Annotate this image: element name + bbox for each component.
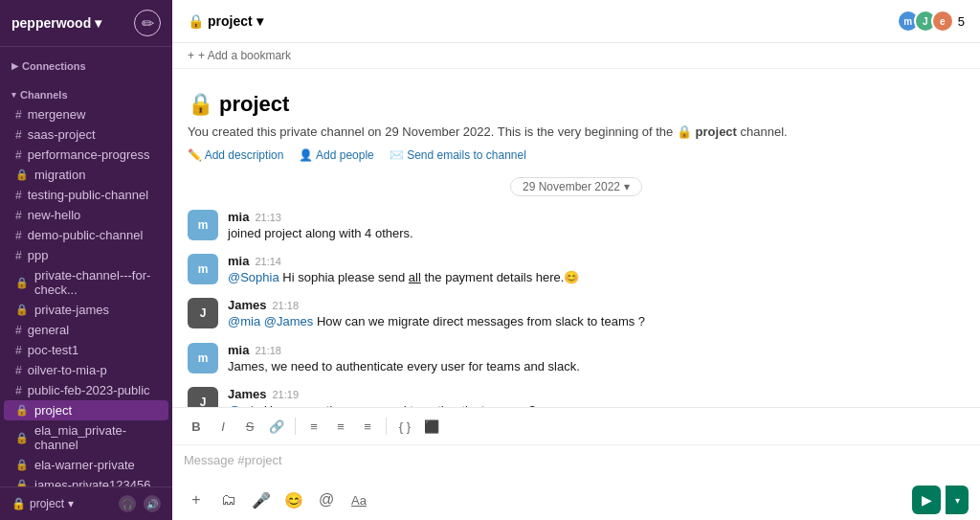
channel-type-icon: #	[15, 148, 22, 162]
workspace-chevron-icon: ▾	[95, 15, 101, 31]
file-button[interactable]: 🗂	[216, 487, 241, 512]
mention[interactable]: @Sophia	[228, 270, 279, 284]
sidebar: pepperwood ▾ ✏ ▶ Connections ▾ Channels …	[0, 0, 172, 520]
sidebar-item-ppp[interactable]: #ppp	[4, 245, 168, 265]
msg-time: 21:18	[255, 345, 281, 356]
channel-header: 🔒 project ▾ m J e 5	[172, 0, 980, 43]
italic-button[interactable]: I	[211, 414, 235, 439]
date-badge[interactable]: 29 November 2022 ▾	[510, 177, 642, 196]
strikethrough-button[interactable]: S	[237, 414, 262, 439]
sidebar-item-private-james[interactable]: 🔒private-james	[4, 300, 168, 320]
editor-footer: + 🗂 🎤 😊 @ Aa ▶ ▾	[172, 480, 980, 520]
channel-info-desc-text: You created this private channel on 29 N…	[188, 124, 673, 139]
sidebar-item-james-private123456[interactable]: 🔒james-private123456	[4, 475, 168, 486]
indent-button[interactable]: ≡	[355, 414, 380, 439]
date-label: 29 November 2022	[523, 180, 620, 193]
sidebar-bottom-channel[interactable]: 🔒 project ▾	[11, 497, 74, 510]
msg-header-msg4: mia 21:18	[228, 343, 965, 357]
channel-type-icon: 🔒	[15, 277, 29, 289]
unordered-list-button[interactable]: ≡	[301, 414, 326, 439]
channel-info-name-inline: project	[696, 124, 737, 139]
editor-placeholder: Message #project	[184, 453, 282, 467]
msg-author: James	[228, 387, 266, 401]
msg-text-segment: joined project along with 4 others.	[228, 226, 413, 240]
editor-input[interactable]: Message #project	[172, 445, 980, 480]
msg-content-msg2: mia 21:14 @Sophia Hi sophia please send …	[228, 254, 965, 286]
bookmark-bar[interactable]: + + Add a bookmark	[172, 43, 980, 69]
sidebar-item-ela_mia_private-channel[interactable]: 🔒ela_mia_private-channel	[4, 420, 168, 455]
channel-item-label: testing-public-channel	[28, 188, 148, 202]
channel-item-label: ela-warner-private	[34, 458, 135, 472]
mention[interactable]: @mia	[228, 314, 260, 328]
mention[interactable]: @James	[264, 314, 314, 328]
channel-item-label: general	[28, 323, 69, 337]
send-emails-button[interactable]: ✉️ Send emails to channel	[390, 148, 526, 162]
channel-item-label: private-james	[34, 303, 109, 317]
msg-author: mia	[228, 254, 249, 268]
mention-button[interactable]: @	[314, 487, 339, 512]
channel-item-label: ppp	[28, 248, 49, 262]
message-msg3: J James 21:18 @mia @James How can we mig…	[172, 292, 980, 336]
connections-section[interactable]: ▶ Connections	[0, 47, 172, 76]
bold-button[interactable]: B	[184, 414, 209, 439]
compose-button[interactable]: ✏	[134, 10, 161, 36]
channel-type-icon: 🔒	[15, 459, 29, 471]
channel-info: 🔒 project You created this private chann…	[172, 69, 980, 170]
mention[interactable]: @mia	[228, 403, 260, 407]
sidebar-item-saas-project[interactable]: #saas-project	[4, 124, 168, 145]
message-msg5: J James 21:19 @mia How many times we nee…	[172, 381, 980, 407]
msg-content-msg4: mia 21:18 James, we need to authenticate…	[228, 343, 965, 375]
msg-content-msg1: mia 21:13 joined project along with 4 ot…	[228, 210, 965, 242]
headphones-icon[interactable]: 🎧	[119, 495, 136, 512]
msg-text-segment: How many times we need to authenticate u…	[260, 403, 536, 407]
messages-area: + + Add a bookmark 🔒 project You created…	[172, 43, 980, 407]
add-people-button[interactable]: 👤 Add people	[299, 148, 373, 162]
channel-type-icon: 🔒	[15, 432, 29, 444]
microphone-icon[interactable]: 🔊	[144, 495, 161, 512]
channels-section[interactable]: ▾ Channels	[0, 76, 172, 104]
sidebar-item-mergenew[interactable]: #mergenew	[4, 104, 168, 124]
emoji-button[interactable]: 😊	[281, 487, 306, 512]
sidebar-item-oilver-to-mia-p[interactable]: #oilver-to-mia-p	[4, 360, 168, 380]
format-button[interactable]: Aa	[346, 487, 371, 512]
channel-type-icon: 🔒	[15, 304, 29, 316]
sidebar-item-poc-test1[interactable]: #poc-test1	[4, 340, 168, 360]
sidebar-item-general[interactable]: #general	[4, 320, 168, 340]
channel-item-label: new-hello	[28, 208, 81, 222]
add-description-button[interactable]: ✏️ Add description	[188, 148, 283, 162]
channel-item-label: migration	[34, 168, 85, 182]
sidebar-item-public-feb-2023-public[interactable]: #public-feb-2023-public	[4, 380, 168, 400]
sidebar-item-private-channel-for-check[interactable]: 🔒private-channel---for-check...	[4, 265, 168, 300]
sidebar-bottom-chevron: ▾	[68, 497, 74, 510]
sidebar-item-testing-public-channel[interactable]: #testing-public-channel	[4, 185, 168, 205]
code-block-button[interactable]: ⬛	[419, 414, 444, 439]
editor-area: B I S 🔗 ≡ ≡ ≡ { } ⬛ Message #project + 🗂…	[172, 407, 980, 520]
channel-item-label: ela_mia_private-channel	[34, 423, 157, 452]
sidebar-item-demo-public-channel[interactable]: #demo-public-channel	[4, 225, 168, 245]
audio-button[interactable]: 🎤	[249, 487, 274, 512]
code-button[interactable]: { }	[392, 414, 417, 439]
msg-time: 21:13	[255, 212, 281, 223]
sidebar-item-new-hello[interactable]: #new-hello	[4, 205, 168, 225]
messages-list: m mia 21:13 joined project along with 4 …	[172, 204, 980, 407]
channel-item-label: oilver-to-mia-p	[28, 363, 107, 377]
link-button[interactable]: 🔗	[264, 414, 289, 439]
channel-info-title: 🔒 project	[188, 92, 965, 117]
send-button[interactable]: ▶	[912, 486, 941, 514]
msg-time: 21:18	[272, 300, 299, 311]
sidebar-item-performance-progress[interactable]: #performance-progress	[4, 145, 168, 165]
avatar-msg1: m	[188, 210, 218, 240]
sidebar-item-migration[interactable]: 🔒migration	[4, 165, 168, 185]
channel-item-label: public-feb-2023-public	[28, 383, 150, 397]
msg-text: @Sophia Hi sophia please send all the pa…	[228, 269, 965, 286]
channel-item-label: james-private123456	[34, 478, 150, 486]
sidebar-item-project[interactable]: 🔒project	[4, 400, 168, 420]
channel-title[interactable]: 🔒 project ▾	[188, 13, 263, 29]
channel-info-name: project	[219, 92, 289, 117]
sidebar-item-ela-warner-private[interactable]: 🔒ela-warner-private	[4, 455, 168, 475]
workspace-name[interactable]: pepperwood ▾	[11, 15, 101, 31]
send-dropdown-button[interactable]: ▾	[946, 486, 969, 514]
member-avatars[interactable]: m J e 5	[897, 10, 965, 33]
ordered-list-button[interactable]: ≡	[328, 414, 353, 439]
attach-button[interactable]: +	[184, 487, 209, 512]
